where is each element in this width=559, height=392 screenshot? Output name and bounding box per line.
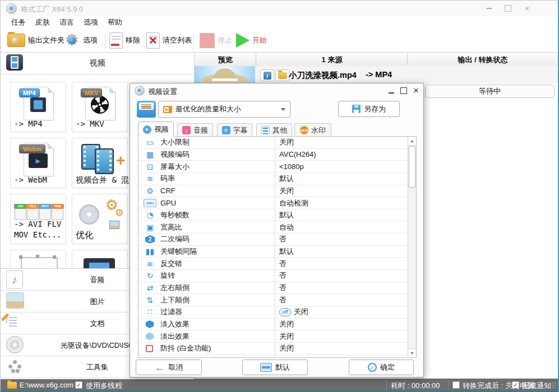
notify-checkbox[interactable] — [512, 381, 519, 389]
maximize-button[interactable] — [503, 4, 513, 13]
card-to-webm[interactable]: ▶Webm -> WebM — [10, 138, 66, 188]
settings-row[interactable]: ▦视频编码AVC(H264) — [138, 149, 408, 161]
save-as-button[interactable]: 另存为 — [338, 101, 400, 117]
settings-row[interactable]: 淡出效果关闭 — [138, 330, 408, 343]
setting-value[interactable]: off关闭 — [279, 307, 308, 317]
vertical-scrollbar[interactable]: ▲ ▼ — [408, 137, 416, 357]
default-button[interactable]: 默认 — [242, 360, 308, 375]
setting-value[interactable]: <1080p — [279, 162, 304, 171]
card-to-mp4[interactable]: MP4 -> MP4 — [10, 82, 66, 132]
minimize-button[interactable] — [484, 4, 494, 13]
card-to-mkv[interactable]: MKV -> MKV — [72, 82, 128, 132]
setting-value[interactable]: 关闭 — [279, 186, 294, 196]
remove-icon — [109, 32, 123, 49]
setting-value[interactable]: 默认 — [279, 246, 294, 256]
setting-label: 淡入效果 — [160, 319, 190, 329]
column-output-state[interactable]: 输出 / 转换状态 — [408, 55, 558, 65]
settings-row[interactable]: 2二次编码否 — [138, 234, 408, 246]
settings-row[interactable]: ▮▮关键帧间隔默认 — [138, 246, 408, 258]
start-button[interactable]: 开始 — [236, 30, 267, 50]
settings-row[interactable]: ◔每秒帧数默认 — [138, 209, 408, 222]
tab-video[interactable]: ▶ 视频 — [138, 122, 174, 137]
clear-list-label: 清空列表 — [163, 35, 192, 45]
dialog-logo-icon — [135, 86, 145, 96]
setting-value[interactable]: 否 — [279, 234, 287, 244]
sidebar-video-header[interactable]: 视频 — [1, 52, 194, 74]
settings-row[interactable]: ⊡屏幕大小<1080p — [138, 161, 408, 173]
tab-watermark[interactable]: NEW 水印 — [294, 123, 331, 137]
filter-icon: ∷ — [145, 308, 155, 316]
multithread-checkbox[interactable] — [75, 381, 82, 389]
scrollbar-thumb[interactable] — [409, 146, 415, 188]
profile-dropdown[interactable]: 最优化的质量和大小 — [158, 101, 290, 118]
menu-skin[interactable]: 皮肤 — [35, 17, 50, 27]
options-button[interactable]: ⚙ 选项 — [63, 30, 98, 50]
settings-row[interactable]: ⇅上下颠倒否 — [138, 294, 408, 306]
remove-button[interactable]: 移除 — [109, 30, 140, 50]
setting-value[interactable]: 关闭 — [279, 332, 294, 342]
card-video-merge[interactable]: + 视频合并 & 混流 — [72, 138, 128, 188]
screen-size-icon: ⊡ — [145, 163, 155, 171]
settings-row[interactable]: ≋码率默认 — [138, 173, 408, 185]
output-folder-button[interactable]: 输出文件夹 — [7, 30, 64, 50]
dialog-close-button[interactable]: × — [412, 86, 421, 95]
setting-value[interactable]: 否 — [279, 283, 287, 293]
queue-row[interactable]: i 小刀洗澡视频.mp4 -> MP4 — [195, 66, 559, 83]
column-preview[interactable]: 预览 — [195, 55, 256, 65]
profile-selected-value: 最优化的质量和大小 — [175, 104, 241, 114]
setting-value[interactable]: 关闭 — [279, 343, 294, 353]
settings-row[interactable]: ∷过滤器off关闭 — [138, 306, 408, 319]
tab-audio[interactable]: ♪ 音频 — [177, 123, 213, 137]
close-button[interactable]: × — [522, 4, 532, 13]
film-clip-icon — [95, 148, 114, 174]
tab-other[interactable]: 其他 — [256, 123, 292, 137]
menu-language[interactable]: 语言 — [59, 17, 75, 27]
target-format: -> MP4 — [366, 70, 392, 79]
output-path-folder-icon — [7, 382, 17, 389]
settings-row[interactable]: ≡反交错否 — [138, 258, 408, 270]
setting-value[interactable]: 自动 — [279, 222, 294, 232]
menu-help[interactable]: 帮助 — [107, 17, 123, 27]
dialog-minimize-button[interactable] — [387, 86, 396, 95]
output-path[interactable]: E:\www.x6g.com — [20, 381, 73, 389]
setting-value[interactable]: 默认 — [279, 210, 294, 220]
scroll-down-button[interactable]: ▼ — [408, 348, 416, 357]
scroll-up-button[interactable]: ▲ — [408, 137, 416, 146]
folder-icon — [278, 72, 287, 79]
dialog-title-bar: 视频设置 × — [130, 83, 423, 98]
menu-task[interactable]: 任务 — [11, 17, 26, 27]
setting-value[interactable]: 否 — [279, 259, 287, 269]
open-folder-button[interactable] — [275, 69, 289, 81]
stop-button[interactable]: 停止 — [200, 30, 232, 50]
off-badge-icon: off — [279, 308, 291, 316]
cancel-button[interactable]: ← 取消 — [136, 360, 202, 375]
dialog-maximize-button[interactable] — [399, 86, 408, 95]
setting-value[interactable]: 否 — [279, 295, 287, 305]
settings-row[interactable]: 防抖 (白金功能)关闭 — [138, 343, 408, 355]
setting-value[interactable]: 默认 — [279, 174, 294, 184]
shutdown-after-checkbox[interactable] — [452, 381, 460, 389]
settings-row[interactable]: 淡入效果关闭 — [138, 319, 408, 331]
resize-grip[interactable] — [549, 382, 556, 389]
setting-value[interactable]: 关闭 — [279, 137, 294, 147]
maximize-icon — [400, 87, 407, 94]
clear-list-button[interactable]: 清空列表 — [146, 30, 192, 50]
card-optimize[interactable]: ⚙ ⚙ 优化 — [72, 194, 128, 244]
tab-subtitle[interactable]: ≡ 字幕 — [217, 123, 252, 137]
settings-row[interactable]: ⚙CRF关闭 — [138, 185, 408, 198]
media-info-button[interactable]: i — [260, 69, 274, 81]
settings-row[interactable]: ▭大小限制关闭 — [138, 137, 408, 149]
conversion-status-badge: 等待中 — [425, 85, 555, 98]
setting-value[interactable]: 否 — [279, 270, 287, 281]
settings-row[interactable]: ↻旋转否 — [138, 270, 408, 282]
column-source[interactable]: 1 来源 — [256, 55, 408, 65]
settings-row[interactable]: ▣宽高比自动 — [138, 221, 408, 234]
setting-value[interactable]: 关闭 — [279, 319, 294, 329]
card-to-avi-flv-mov[interactable]: AVI FLV MOV VOB -> AVI FLV MOV Etc... — [10, 194, 66, 244]
menu-options[interactable]: 选项 — [83, 17, 99, 27]
setting-value[interactable]: 自动检测 — [279, 198, 308, 208]
ok-button[interactable]: ✓ 确定 — [349, 360, 414, 375]
setting-value[interactable]: AVC(H264) — [279, 150, 316, 158]
settings-row[interactable]: GPUGPU自动检测 — [138, 197, 408, 209]
settings-row[interactable]: ⇄左右颠倒否 — [138, 282, 408, 295]
